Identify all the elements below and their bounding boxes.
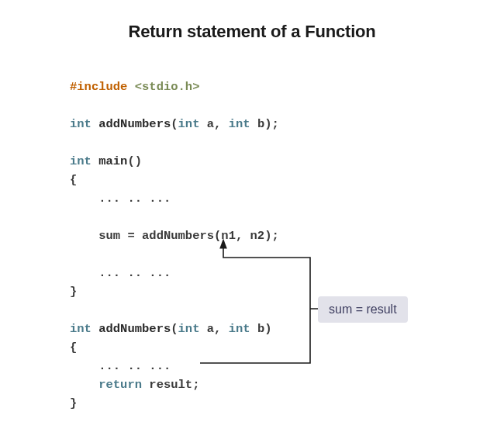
line-main-sig: int main() xyxy=(70,152,279,171)
type-kw: int xyxy=(229,117,250,131)
ellipsis: ... .. ... xyxy=(98,266,171,280)
blank-line xyxy=(70,133,279,152)
line-return: return result; xyxy=(70,375,279,394)
line-dots: ... .. ... xyxy=(70,189,279,208)
type-kw: int xyxy=(229,322,250,336)
brace-open: { xyxy=(70,338,279,357)
fn-name: addNumbers xyxy=(98,322,171,336)
param-name: a xyxy=(207,322,214,336)
fn-name: main xyxy=(98,154,127,168)
diagram-title: Return statement of a Function xyxy=(0,22,504,42)
code-block: #include <stdio.h> int addNumbers(int a,… xyxy=(70,78,279,413)
line-dots: ... .. ... xyxy=(70,264,279,282)
brace-open: { xyxy=(70,171,279,189)
param-name: a xyxy=(207,117,214,131)
blank-line xyxy=(70,301,279,320)
type-kw: int xyxy=(70,322,91,336)
line-dots: ... .. ... xyxy=(70,357,279,375)
line-include: #include <stdio.h> xyxy=(70,78,279,96)
type-kw: int xyxy=(178,117,200,131)
brace-close: } xyxy=(70,394,279,413)
return-kw: return xyxy=(98,378,142,392)
brace-close: } xyxy=(70,282,279,301)
annotation-label: sum = result xyxy=(318,296,408,323)
blank-line xyxy=(70,208,279,227)
include-header: <stdio.h> xyxy=(135,80,200,94)
call-expression: sum = addNumbers(n1, n2); xyxy=(98,229,279,243)
line-call: sum = addNumbers(n1, n2); xyxy=(70,227,279,245)
ellipsis: ... .. ... xyxy=(98,192,171,206)
line-def-sig: int addNumbers(int a, int b) xyxy=(70,320,279,338)
fn-name: addNumbers xyxy=(98,117,171,131)
param-name: b xyxy=(257,322,264,336)
ellipsis: ... .. ... xyxy=(98,359,171,373)
param-name: b xyxy=(257,117,264,131)
line-prototype: int addNumbers(int a, int b); xyxy=(70,115,279,133)
type-kw: int xyxy=(70,154,91,168)
blank-line xyxy=(70,245,279,264)
include-directive: #include xyxy=(70,80,127,94)
return-value: result; xyxy=(149,378,199,392)
blank-line xyxy=(70,96,279,115)
type-kw: int xyxy=(70,117,91,131)
type-kw: int xyxy=(178,322,200,336)
